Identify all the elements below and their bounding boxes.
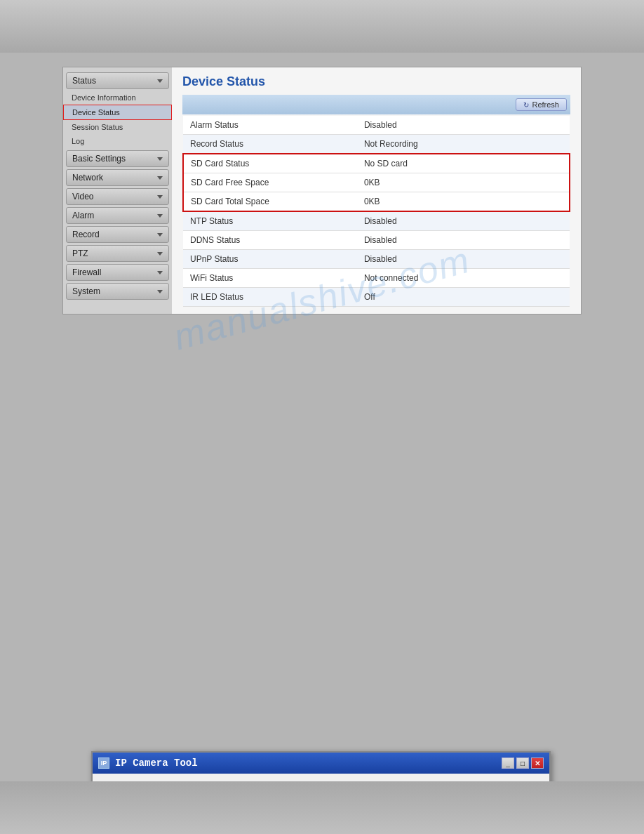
sidebar-section-video: Video xyxy=(63,188,172,205)
top-bar xyxy=(0,0,644,53)
row-label: Record Status xyxy=(183,135,357,154)
sidebar-group-firewall[interactable]: Firewall xyxy=(66,264,169,281)
sidebar-group-ptz-arrow xyxy=(157,252,163,256)
sidebar-group-alarm-arrow xyxy=(157,214,163,218)
sidebar-group-basic-settings[interactable]: Basic Settings xyxy=(66,150,169,167)
ip-tool-app-icon: IP xyxy=(98,757,109,769)
sidebar-group-ptz[interactable]: PTZ xyxy=(66,245,169,262)
window-minimize-button[interactable]: _ xyxy=(502,757,514,769)
refresh-button[interactable]: ↻ Refresh xyxy=(516,98,567,111)
sidebar-group-status-arrow xyxy=(157,79,163,83)
sidebar-group-firewall-arrow xyxy=(157,271,163,274)
table-row-sd-status: SD Card Status No SD card xyxy=(183,154,570,173)
sidebar-group-basic-settings-label: Basic Settings xyxy=(72,154,126,164)
row-value: Not connected xyxy=(357,269,570,288)
row-value: Disabled xyxy=(357,211,570,231)
bottom-bar xyxy=(0,781,644,834)
refresh-icon: ↻ xyxy=(523,101,529,109)
sidebar-section-ptz: PTZ xyxy=(63,245,172,262)
sidebar-group-network-arrow xyxy=(157,176,163,180)
row-label: Alarm Status xyxy=(183,116,357,135)
ip-tool-titlebar: IP IP Camera Tool _ □ ✕ xyxy=(93,753,549,774)
table-row: Record Status Not Recording xyxy=(183,135,570,154)
sidebar-item-log[interactable]: Log xyxy=(63,134,172,148)
sidebar-section-basic-settings: Basic Settings xyxy=(63,150,172,167)
sidebar-section-system: System xyxy=(63,283,172,300)
sidebar-group-system[interactable]: System xyxy=(66,283,169,300)
row-label: SD Card Free Space xyxy=(183,173,357,192)
table-row: NTP Status Disabled xyxy=(183,211,570,231)
sidebar-group-ptz-label: PTZ xyxy=(72,249,88,258)
sidebar-section-alarm: Alarm xyxy=(63,207,172,224)
table-row: UPnP Status Disabled xyxy=(183,250,570,269)
sidebar-group-record-arrow xyxy=(157,233,163,237)
row-value: Disabled xyxy=(357,116,570,135)
sidebar-group-firewall-label: Firewall xyxy=(72,267,101,277)
row-label: DDNS Status xyxy=(183,231,357,250)
sidebar-group-status-label: Status xyxy=(72,76,96,86)
table-row-sd-free: SD Card Free Space 0KB xyxy=(183,173,570,192)
ip-tool-title: IP Camera Tool xyxy=(115,757,496,769)
table-row-sd-total: SD Card Total Space 0KB xyxy=(183,192,570,212)
row-label: NTP Status xyxy=(183,211,357,231)
row-label: IR LED Status xyxy=(183,288,357,307)
sidebar-group-video-arrow xyxy=(157,195,163,199)
sidebar-group-network-label: Network xyxy=(72,173,103,183)
sidebar-item-device-status[interactable]: Device Status xyxy=(63,105,172,120)
row-value: Not Recording xyxy=(357,135,570,154)
sidebar: Status Device Information Device Status … xyxy=(63,67,172,314)
table-row: WiFi Status Not connected xyxy=(183,269,570,288)
sidebar-group-status[interactable]: Status xyxy=(66,72,169,89)
sidebar-group-record[interactable]: Record xyxy=(66,226,169,243)
row-label: WiFi Status xyxy=(183,269,357,288)
ui-panel: Status Device Information Device Status … xyxy=(62,67,582,315)
sidebar-group-record-label: Record xyxy=(72,230,100,239)
sidebar-group-network[interactable]: Network xyxy=(66,169,169,186)
sidebar-section-status: Status Device Information Device Status … xyxy=(63,72,172,148)
sidebar-group-alarm-label: Alarm xyxy=(72,211,94,220)
sidebar-group-system-label: System xyxy=(72,286,100,296)
sidebar-item-session-status[interactable]: Session Status xyxy=(63,120,172,134)
row-value: 0KB xyxy=(357,192,570,212)
sidebar-group-video[interactable]: Video xyxy=(66,188,169,205)
row-label: SD Card Status xyxy=(183,154,357,173)
sidebar-group-video-label: Video xyxy=(72,192,93,201)
sidebar-section-record: Record xyxy=(63,226,172,243)
row-value: 0KB xyxy=(357,173,570,192)
sidebar-group-system-arrow xyxy=(157,290,163,293)
status-table: Alarm Status Disabled Record Status Not … xyxy=(182,116,570,307)
row-label: SD Card Total Space xyxy=(183,192,357,212)
row-value: No SD card xyxy=(357,154,570,173)
panel-header-row: ↻ Refresh xyxy=(182,95,570,114)
ip-tool-window-controls: _ □ ✕ xyxy=(502,757,544,769)
sidebar-group-alarm[interactable]: Alarm xyxy=(66,207,169,224)
table-row: Alarm Status Disabled xyxy=(183,116,570,135)
sidebar-item-device-information[interactable]: Device Information xyxy=(63,91,172,105)
row-value: Disabled xyxy=(357,231,570,250)
table-row: DDNS Status Disabled xyxy=(183,231,570,250)
main-content: Status Device Information Device Status … xyxy=(0,53,644,781)
window-close-button[interactable]: ✕ xyxy=(531,757,544,769)
row-value: Disabled xyxy=(357,250,570,269)
row-value: Off xyxy=(357,288,570,307)
sidebar-group-basic-settings-arrow xyxy=(157,157,163,161)
row-label: UPnP Status xyxy=(183,250,357,269)
panel-title: Device Status xyxy=(182,74,570,89)
window-maximize-button[interactable]: □ xyxy=(516,757,529,769)
sidebar-section-firewall: Firewall xyxy=(63,264,172,281)
sidebar-section-network: Network xyxy=(63,169,172,186)
main-panel: Device Status ↻ Refresh Alarm Status Dis… xyxy=(172,67,581,314)
table-row: IR LED Status Off xyxy=(183,288,570,307)
